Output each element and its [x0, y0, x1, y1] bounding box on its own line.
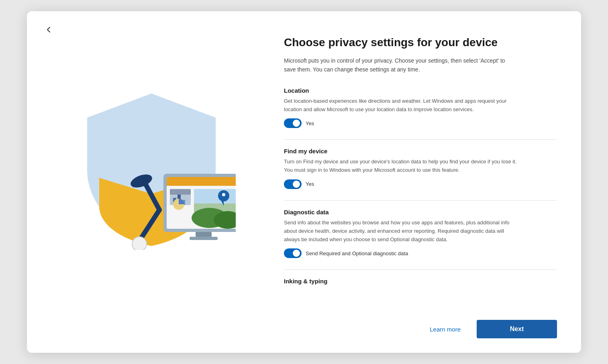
svg-rect-7	[167, 183, 236, 186]
diagnostic-toggle[interactable]	[284, 248, 302, 258]
location-toggle-label: Yes	[306, 120, 314, 126]
back-button[interactable]	[43, 24, 54, 35]
learn-more-button[interactable]: Learn more	[423, 323, 467, 336]
svg-point-3	[132, 237, 147, 250]
page-title: Choose privacy settings for your device	[284, 35, 557, 50]
find-device-desc: Turn on Find my device and use your devi…	[284, 158, 517, 175]
find-device-toggle-row: Yes	[284, 179, 557, 189]
location-desc: Get location-based experiences like dire…	[284, 97, 517, 114]
svg-rect-15	[194, 189, 236, 203]
diagnostic-title: Diagnostic data	[284, 209, 557, 216]
inking-section: Inking & typing	[284, 278, 557, 285]
divider-3	[284, 269, 557, 270]
location-toggle[interactable]	[284, 118, 302, 128]
page-subtitle: Microsoft puts you in control of your pr…	[284, 56, 517, 74]
divider-2	[284, 200, 557, 201]
illustration-panel	[27, 27, 276, 304]
svg-rect-9	[170, 189, 191, 195]
inking-title: Inking & typing	[284, 278, 557, 285]
find-device-toggle[interactable]	[284, 179, 302, 189]
svg-rect-21	[190, 237, 218, 240]
diagnostic-section: Diagnostic data Send info about the webs…	[284, 209, 557, 258]
main-window: Choose privacy settings for your device …	[27, 11, 581, 353]
location-title: Location	[284, 87, 557, 94]
diagnostic-toggle-row: Send Required and Optional diagnostic da…	[284, 248, 557, 258]
right-panel: Choose privacy settings for your device …	[276, 27, 581, 304]
divider-1	[284, 139, 557, 140]
next-button[interactable]: Next	[477, 320, 557, 338]
diagnostic-toggle-label: Send Required and Optional diagnostic da…	[306, 250, 408, 256]
location-toggle-row: Yes	[284, 118, 557, 128]
svg-rect-20	[196, 232, 212, 237]
find-device-title: Find my device	[284, 148, 557, 155]
main-content: Choose privacy settings for your device …	[27, 11, 581, 312]
footer: Learn more Next	[27, 312, 581, 353]
find-device-section: Find my device Turn on Find my device an…	[284, 148, 557, 189]
location-section: Location Get location-based experiences …	[284, 87, 557, 128]
svg-point-19	[222, 193, 225, 196]
find-device-toggle-label: Yes	[306, 181, 314, 187]
privacy-illustration	[67, 81, 236, 250]
diagnostic-desc: Send info about the websites you browse …	[284, 219, 517, 244]
